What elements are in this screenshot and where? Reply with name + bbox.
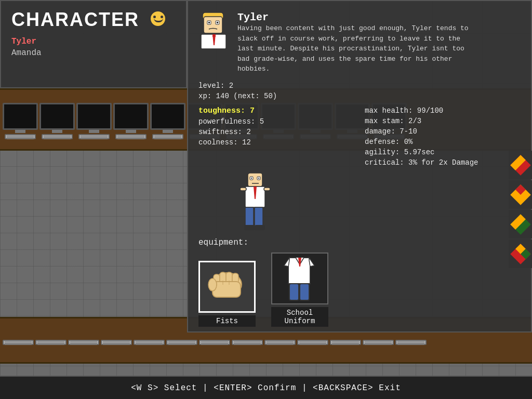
svg-point-29 [208,278,217,291]
svg-rect-17 [240,188,246,191]
character-item-tyler[interactable]: Tyler [11,36,176,47]
color-block-3 [509,210,532,238]
character-item-amanda[interactable]: Amanda [11,47,176,59]
max-stam-stat: max stam: 2/3 [365,116,521,126]
keyboard [232,340,263,345]
toughness-stat: toughness: 7 [198,105,354,116]
monitor-unit [199,339,230,345]
color-block-2 [509,180,532,209]
equipment-label: equipment: [198,238,521,247]
monitor-base [163,130,173,133]
equip-slot-fists[interactable]: Fists [198,261,256,327]
char-info: Tyler Having been content with just good… [237,11,476,74]
char-portrait [198,11,230,48]
svg-rect-4 [208,22,210,23]
svg-rect-1 [204,17,222,33]
keyboard [395,340,427,345]
swiftness-stat: swiftness: 2 [198,127,354,137]
equipment-items: Fists [198,252,521,327]
status-text: <W S> Select | <ENTER> Confirm | <BACKSP… [131,383,401,393]
monitor-screen [113,103,149,130]
keyboard [68,340,99,345]
color-block-4 [509,240,532,268]
char-description: Having been content with just good enoug… [237,23,476,74]
right-panel: Tyler Having been content with just good… [187,0,532,332]
monitor-base [126,130,136,133]
char-header: Tyler Having been content with just good… [198,11,521,74]
keyboard [166,340,197,345]
keyboard [78,134,110,139]
keyboard [101,340,132,345]
smiley-icon [150,10,166,27]
keyboard [5,134,36,139]
stats-right: max health: 99/100 max stam: 2/3 damage:… [365,105,521,168]
keyboard [134,340,165,345]
svg-rect-12 [251,178,252,179]
coolness-stat: coolness: 12 [198,137,354,148]
agility-stat: agility: 5.97sec [365,147,521,157]
keyboard [35,340,66,345]
monitor-base [15,130,25,133]
bottom-monitors [0,336,532,345]
monitor-screen [76,103,112,130]
monitor-unit [330,339,361,345]
main-container: CHARACTER Tyler Amanda [0,0,532,399]
keyboard [264,340,296,345]
monitor-base [52,130,62,133]
panel-title: CHARACTER [1,1,186,33]
monitor-unit [264,339,296,345]
monitor-unit [3,103,38,139]
svg-rect-35 [300,284,309,300]
damage-stat: damage: 7-10 [365,126,521,137]
defense-stat: defense: 0% [365,137,521,147]
level-stat: level: 2 [198,81,521,91]
monitor-screen [39,103,75,130]
monitor-unit [113,103,149,139]
uniform-label: School Uniform [271,307,328,327]
uniform-slot-box [271,252,328,304]
equip-slot-uniform[interactable]: School Uniform [271,252,328,327]
svg-rect-8 [212,34,216,37]
svg-rect-19 [245,207,254,227]
keyboard [330,340,361,345]
xp-stat: xp: 140 (next: 50) [198,91,521,101]
keyboard [3,340,34,345]
stats-left: toughness: 7 powerfulness: 5 swiftness: … [198,105,354,168]
critical-stat: critical: 3% for 2x Damage [365,157,521,168]
monitor-unit [395,339,427,345]
monitor-unit [3,339,34,345]
monitor-unit [150,103,185,139]
monitor-unit [134,339,165,345]
keyboard [42,134,73,139]
title-text: CHARACTER [11,9,139,30]
monitor-unit [297,339,328,345]
keyboard [363,340,394,345]
monitor-unit [232,339,263,345]
keyboard [115,134,147,139]
svg-rect-18 [264,188,270,191]
svg-rect-22 [255,225,265,230]
keyboard [297,340,328,345]
svg-rect-21 [244,225,255,230]
svg-rect-5 [217,22,218,23]
keyboard [199,340,230,345]
monitor-unit [68,339,99,345]
sprite-area [198,173,521,235]
keyboard [152,134,183,139]
monitor-screen [3,103,38,130]
fists-label: Fists [198,315,256,327]
monitor-base [89,130,99,133]
svg-rect-34 [289,284,299,300]
left-panel: CHARACTER Tyler Amanda [0,0,187,88]
monitor-unit [35,339,66,345]
monitor-screen [150,103,185,130]
monitor-unit [363,339,394,345]
monitor-unit [39,103,75,139]
max-health-stat: max health: 99/100 [365,105,521,116]
stats-section: toughness: 7 powerfulness: 5 swiftness: … [198,105,521,168]
character-list: Tyler Amanda [1,33,186,61]
color-blocks [509,151,532,268]
monitor-unit [101,339,132,345]
status-bar: <W S> Select | <ENTER> Confirm | <BACKSP… [0,376,532,399]
fists-slot-box [198,261,256,313]
